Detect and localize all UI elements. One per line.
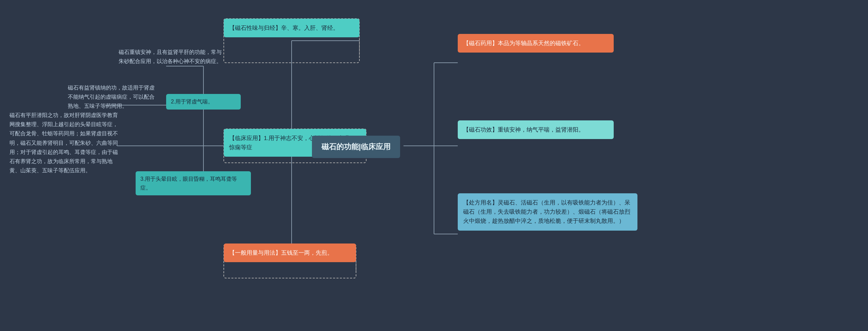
right-efficacy-card: 【磁石功效】重镇安神，纳气平喘，益肾潜阳。 bbox=[458, 120, 614, 139]
right-medicinal-card: 【磁石药用】本品为等轴晶系天然的磁铁矿石。 bbox=[458, 34, 614, 53]
top-property-card: 【磁石性味与归经】辛、寒。入肝、肾经。 bbox=[224, 19, 359, 37]
left-text-liver: 磁石有平肝潜阳之功，故对肝肾阴虚医学教育网搜集整理、浮阳上越引起的头晕目眩等症，… bbox=[9, 111, 118, 175]
mind-map: 磁石的功能|临床应用 【磁石性味与归经】辛、寒。入肝、肾经。 【临床应用】1.用… bbox=[0, 0, 868, 331]
central-node: 磁石的功能|临床应用 bbox=[312, 136, 400, 158]
right-prescription-card: 【处方用名】灵磁石、活磁石（生用，以有吸铁能力者为佳）、呆磁石（生用，失去吸铁能… bbox=[458, 193, 637, 231]
left-text-sedation: 磁石重镇安神，且有益肾平肝的功能，常与朱砂配合应用，以治各种心神不安的病症。 bbox=[119, 47, 222, 66]
dosage-card: 【一般用量与用法】五钱至一两，先煎。 bbox=[224, 244, 356, 262]
mid-label-kidney-asthma: 2.用于肾虚气喘。 bbox=[166, 94, 241, 110]
mid-label-dizziness: 3.用于头晕目眩，眼目昏糊，耳鸣耳聋等症。 bbox=[136, 171, 251, 195]
left-text-kidney: 磁石有益肾镇纳的功，故适用于肾虚不能纳气引起的虚喘病症，可以配合熟地、五味子等药… bbox=[68, 83, 159, 111]
